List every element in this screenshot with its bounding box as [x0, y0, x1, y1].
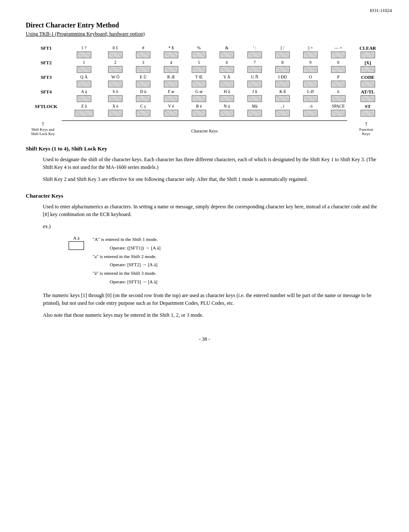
row-label: SFT3 — [26, 74, 66, 89]
char-keys-ex: ex.) — [43, 222, 383, 230]
key-cell: E Ü — [129, 74, 157, 89]
key-cell: CODE — [352, 74, 383, 89]
key-label: ] + — [298, 45, 323, 51]
key-cell: 1 — [66, 60, 101, 74]
keyboard-legend: ↑ Shift Keys andShift Lock Key Character… — [26, 120, 383, 136]
key-label: Má — [242, 104, 268, 110]
key-label: 0 — [326, 60, 351, 66]
key-label: W Ö — [102, 75, 128, 81]
key-box — [303, 51, 318, 58]
arrow-up-left: ↑ — [41, 120, 45, 127]
key-cell: 2 — [101, 60, 129, 74]
key-box — [220, 51, 234, 58]
key-box — [192, 51, 206, 58]
key-label: AT/TL — [354, 89, 382, 95]
key-cell: U Ñ — [241, 74, 269, 89]
key-label: L Ø — [298, 89, 323, 95]
example-quote: "a" is entered in the Shift 2 mode. — [93, 252, 161, 261]
char-keys-label: Character Keys — [191, 129, 218, 133]
key-label: [X] — [354, 60, 382, 66]
key-label: K ß — [270, 89, 295, 95]
key-box — [108, 110, 123, 117]
key-box — [77, 95, 91, 102]
key-label: C ç — [130, 104, 156, 110]
key-box — [247, 81, 262, 87]
key-cell: X è — [101, 103, 129, 118]
operate-label: Operate: — [110, 262, 126, 267]
key-box — [275, 51, 290, 58]
key-box — [192, 110, 206, 117]
keyboard-row: SFT3Q ÄW ÖE ÜR ÆT ŒY ÅU ÑI ÐDOPCODE — [26, 74, 383, 89]
key-box — [247, 110, 262, 117]
shift-keys-label: Shift Keys andShift Lock Key — [31, 127, 55, 136]
key-cell: 5 — [185, 60, 213, 74]
key-label: 1 ? — [68, 45, 100, 51]
key-cell: # — [129, 45, 157, 60]
key-box — [136, 81, 150, 87]
key-box — [220, 81, 234, 87]
operate-label: Operate: — [110, 279, 126, 284]
key-cell: Q Ä — [66, 74, 101, 89]
key-label: — = — [326, 45, 351, 51]
key-cell: P — [325, 74, 352, 89]
key-label: 9 — [298, 60, 323, 66]
key-box — [361, 95, 375, 102]
key-label: ' : — [242, 45, 268, 51]
key-box — [220, 66, 234, 73]
key-label: H å — [214, 89, 240, 95]
key-box — [136, 66, 150, 73]
key-box — [220, 95, 234, 102]
key-cell: B è — [185, 103, 213, 118]
key-label: J ñ — [242, 89, 268, 95]
key-cell: F æ — [157, 89, 185, 103]
key-label: [ / — [270, 45, 295, 51]
key-cell: [ / — [269, 45, 297, 60]
key-cell: N ú — [213, 103, 241, 118]
key-box — [136, 95, 150, 102]
keyboard-table: SFT11 ?ll £#* $%&' :[ /] +— =CLEARSFT212… — [26, 45, 383, 118]
key-cell: 6 — [213, 60, 241, 74]
subtitle: Using TKB-1 (Programming Keyboard; hardw… — [26, 31, 383, 37]
function-keys-label: FunctionKeys — [359, 127, 373, 136]
key-cell: G œ — [185, 89, 213, 103]
key-label: E Ü — [130, 75, 156, 81]
key-box — [331, 95, 346, 102]
key-label: Z â — [68, 104, 100, 110]
key-label: 8 — [270, 60, 295, 66]
key-cell: Z â — [66, 103, 101, 118]
row-label: SFT1 — [26, 45, 66, 60]
key-label: R Æ — [159, 75, 184, 81]
key-box — [275, 81, 290, 87]
example-operate: Operate: ([SFT1]) → [A ä] — [93, 244, 161, 252]
key-box — [331, 66, 346, 73]
operate-label: Operate: — [110, 245, 126, 250]
keyboard-row: SFT11 ?ll £#* $%&' :[ /] +— =CLEAR — [26, 45, 383, 60]
key-box — [331, 51, 346, 58]
key-cell: CLEAR — [352, 45, 383, 60]
key-label: Q Ä — [68, 75, 100, 81]
key-box — [164, 95, 178, 102]
key-cell: L Ø — [297, 89, 325, 103]
key-box — [108, 66, 123, 73]
key-cell: V é — [157, 103, 185, 118]
key-label: N ú — [214, 104, 240, 110]
key-box — [192, 81, 206, 87]
key-cell: 8 — [269, 60, 297, 74]
key-cell: C ç — [129, 103, 157, 118]
key-box — [275, 110, 290, 117]
char-keys-para-1: Used to enter alpha/numerics as characte… — [43, 203, 383, 218]
key-label: . ó — [298, 104, 323, 110]
key-box — [275, 66, 290, 73]
key-box — [331, 110, 346, 117]
key-cell: D ü — [129, 89, 157, 103]
operate-value: [SFT2] → [A ä] — [127, 262, 158, 267]
key-cell: 3 — [129, 60, 157, 74]
example-block: A ä "A" is entered in the Shift 1 mode.O… — [69, 235, 383, 286]
key-cell: O — [297, 74, 325, 89]
key-visual-box — [69, 241, 84, 250]
key-label: T Œ — [186, 75, 212, 81]
row-label: SFTLOCK — [26, 103, 66, 118]
key-box — [136, 51, 150, 58]
shift-keys-para-1: Used to designate the shift of the chara… — [43, 156, 383, 171]
key-label: ST — [354, 104, 382, 110]
